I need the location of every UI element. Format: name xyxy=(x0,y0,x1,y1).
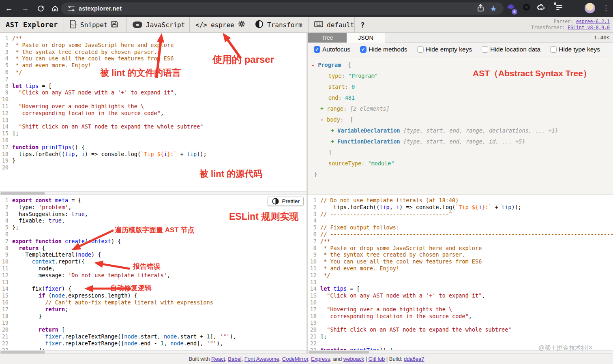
transform-button[interactable]: Transform xyxy=(267,21,302,29)
code-line: 14let tips = [ xyxy=(308,285,613,292)
back-icon[interactable]: ← xyxy=(3,3,15,14)
line-number: 5 xyxy=(0,224,12,231)
footer-link[interactable]: CodeMirror xyxy=(282,356,308,362)
annotation-template-literal: 遍历模版字面量 AST 节点 xyxy=(115,225,194,235)
collapse-toggle-icon[interactable]: - xyxy=(320,116,327,123)
parser-button[interactable]: espree xyxy=(211,21,234,29)
extensions-puzzle-icon[interactable] xyxy=(537,3,545,13)
watermark: @稀土掘金技术社区 xyxy=(538,344,593,352)
line-number: 15 xyxy=(0,292,12,299)
line-number: 20 xyxy=(308,326,320,333)
help-button[interactable]: ? xyxy=(360,21,365,29)
checkbox-box[interactable]: ✓ xyxy=(314,46,320,53)
code-line: 7/** xyxy=(308,238,613,245)
snippet-button[interactable]: Snippet xyxy=(80,21,107,29)
footer-link[interactable]: React xyxy=(211,356,225,362)
line-number: 17 xyxy=(0,306,12,313)
line-number: 17 xyxy=(0,144,12,151)
expand-toggle-icon[interactable]: + xyxy=(320,105,327,112)
line-number: 7 xyxy=(0,76,12,83)
checkbox-hide-empty-keys[interactable]: Hide empty keys xyxy=(417,46,472,53)
forward-icon[interactable]: → xyxy=(19,3,31,14)
footer-text: , and xyxy=(330,356,343,362)
code-line: 21]; xyxy=(308,333,613,340)
line-number: 21 xyxy=(308,333,320,340)
footer-link[interactable]: webpack xyxy=(343,356,364,362)
footer-link[interactable]: Express xyxy=(311,356,330,362)
checkbox-hide-location-data[interactable]: Hide location data xyxy=(482,46,540,53)
browser-menu-icon[interactable]: ⋮ xyxy=(602,3,609,13)
checkbox-box[interactable] xyxy=(550,46,557,53)
line-number: 5 xyxy=(308,224,320,231)
profile-avatar[interactable] xyxy=(585,3,595,13)
rule-hscrollbar[interactable] xyxy=(0,350,306,353)
footer-link[interactable]: dda6ea7 xyxy=(404,356,424,362)
code-line: 1// Do not use template literals (at 18:… xyxy=(308,197,613,204)
reload-icon[interactable] xyxy=(35,3,46,14)
line-number: 18 xyxy=(308,313,320,320)
code-line: 2 type: 'problem', xyxy=(0,204,306,211)
share-icon[interactable] xyxy=(477,4,484,13)
transform-toggle-icon[interactable] xyxy=(255,20,264,30)
tab-json[interactable]: JSON xyxy=(347,33,385,43)
footer-link[interactable]: Font Awesome xyxy=(244,356,279,362)
line-number: 13 xyxy=(308,279,320,286)
keymap-button[interactable]: default xyxy=(327,21,354,29)
bookmark-star-icon[interactable]: ★ xyxy=(490,3,497,14)
line-number: 15 xyxy=(0,130,12,137)
site-settings-icon[interactable] xyxy=(68,6,75,11)
collapse-toggle-icon[interactable]: - xyxy=(311,62,318,68)
code-line: 15 "Click on any AST node with a '+' to … xyxy=(308,292,613,299)
checkbox-label: Hide empty keys xyxy=(426,46,472,53)
file-code-icon[interactable]: </> xyxy=(70,20,77,30)
checkbox-hide-type-keys[interactable]: Hide type keys xyxy=(550,46,600,53)
line-number: 6 xyxy=(0,231,12,238)
checkbox-hide-methods[interactable]: ✓Hide methods xyxy=(360,46,407,53)
transform-output-panel[interactable]: 1// Do not use template literals (at 18:… xyxy=(308,195,613,353)
checkbox-autofocus[interactable]: ✓Autofocus xyxy=(314,46,350,53)
checkbox-box[interactable] xyxy=(417,46,424,53)
keyboard-icon xyxy=(314,21,323,29)
line-number: 9 xyxy=(0,251,12,258)
pinned-extension-icon[interactable]: 5 xyxy=(506,3,516,13)
keymap-group: default xyxy=(309,17,360,32)
parser-info: Parser: espree-6.2.1 Transformer: ESLint… xyxy=(531,19,610,31)
code-line: 2 * Paste or drop some JavaScript here a… xyxy=(0,42,306,49)
checkbox-box[interactable]: ✓ xyxy=(360,46,367,53)
line-number: 2 xyxy=(0,204,12,211)
ast-explorer-toolbar: AST Explorer </> Snippet ∞ JavaScript </… xyxy=(0,17,613,33)
tree-node-row: sourceType: "module" xyxy=(308,158,613,169)
tab-tree[interactable]: Tree xyxy=(308,33,347,43)
parser-version-link[interactable]: espree-6.2.1 xyxy=(576,19,610,24)
prettier-button[interactable]: Prettier xyxy=(268,197,304,206)
node-type-label[interactable]: VariableDeclaration xyxy=(337,127,400,134)
blocker-extension-icon[interactable] xyxy=(523,4,530,11)
expand-toggle-icon[interactable]: + xyxy=(331,138,337,145)
code-line: 10 xyxy=(0,96,306,103)
checkbox-label: Hide location data xyxy=(490,46,540,53)
tree-node-row: + FunctionDeclaration {type, start, end,… xyxy=(308,136,613,147)
browser-chrome: ← → astexplorer.net ★ 5 ⋮ xyxy=(0,0,613,17)
line-number: 20 xyxy=(0,326,12,333)
line-number: 14 xyxy=(308,285,320,292)
checkbox-box[interactable] xyxy=(482,46,488,53)
transformer-version-link[interactable]: ESLint v8-8.9.0 xyxy=(568,25,610,30)
footer-link[interactable]: Babel xyxy=(228,356,241,362)
home-icon[interactable] xyxy=(49,3,61,14)
save-icon[interactable] xyxy=(111,21,118,29)
language-button[interactable]: JavaScript xyxy=(146,21,185,29)
expand-toggle-icon[interactable]: + xyxy=(331,127,337,134)
line-number: 12 xyxy=(308,272,320,279)
code-line: 18 } xyxy=(0,313,306,320)
ast-options-row: ✓Autofocus✓Hide methodsHide empty keysHi… xyxy=(308,43,613,56)
code-line: 13 xyxy=(308,279,613,286)
code-line: 11 * and even more. Enjoy! xyxy=(308,265,613,272)
footer-link[interactable]: GitHub xyxy=(369,356,385,362)
node-type-label[interactable]: FunctionDeclaration xyxy=(337,138,400,145)
address-bar[interactable]: astexplorer.net ★ xyxy=(61,2,504,15)
code-line: 8 return { xyxy=(0,245,306,252)
source-hscrollbar[interactable] xyxy=(0,191,306,195)
node-type-label[interactable]: Program xyxy=(318,62,341,68)
parser-settings-gear-icon[interactable] xyxy=(238,20,245,29)
url-text[interactable]: astexplorer.net xyxy=(79,5,122,12)
